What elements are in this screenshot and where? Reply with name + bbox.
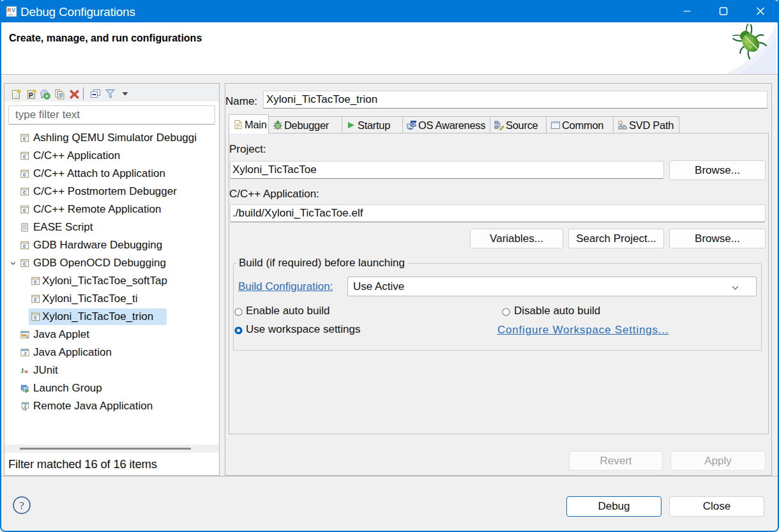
svg-text:c: c xyxy=(34,278,37,285)
svg-text:J: J xyxy=(24,404,26,408)
svg-text:J: J xyxy=(20,367,24,374)
svg-text:c: c xyxy=(23,189,26,195)
svg-text:c: c xyxy=(34,314,37,321)
svg-text:OS: OS xyxy=(411,121,417,126)
svg-text:</>: </> xyxy=(8,13,13,17)
svg-text:c: c xyxy=(23,261,26,267)
svg-text:?: ? xyxy=(19,499,24,512)
svg-text:c: c xyxy=(23,153,26,160)
svg-text:u: u xyxy=(25,368,28,374)
svg-text:c: c xyxy=(23,171,26,178)
svg-text:c: c xyxy=(23,207,26,213)
svg-text:P: P xyxy=(29,92,33,99)
svg-text:c: c xyxy=(23,243,26,249)
svg-text:c: c xyxy=(34,296,37,303)
svg-text:J: J xyxy=(26,334,27,338)
svg-text:J: J xyxy=(24,351,26,356)
svg-text:c: c xyxy=(23,135,26,142)
